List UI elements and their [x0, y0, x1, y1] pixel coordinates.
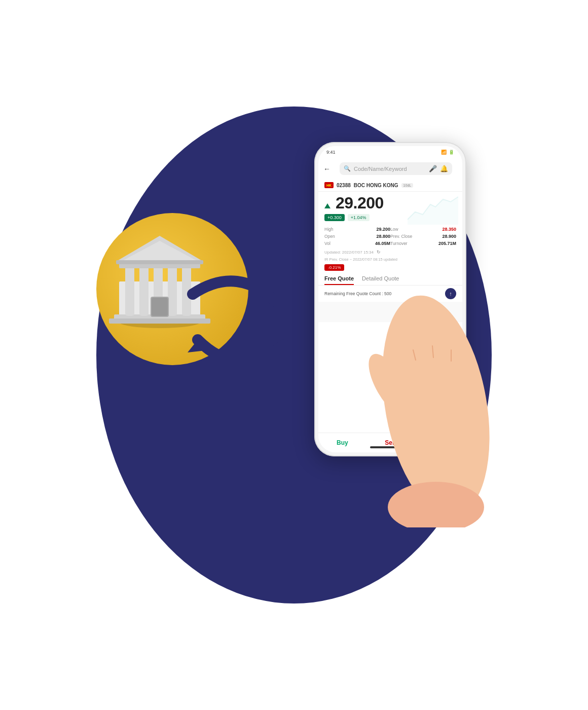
stock-code: 02388 — [337, 183, 351, 188]
svg-rect-4 — [125, 265, 134, 316]
status-bar: 9:41 📶 🔋 — [318, 146, 462, 158]
price-change-badge: +0.300 — [324, 214, 345, 221]
red-badge-row: -0.21% — [318, 263, 462, 272]
update-time: Updated: 2022/07/07 15:34 — [324, 250, 374, 255]
hand-illustration — [335, 284, 507, 527]
search-bar[interactable]: 🔍 Code/Name/Keyword 🎤 🔔 — [340, 162, 452, 175]
price-pct-badge: +1.04% — [348, 214, 370, 221]
turnover-value: 205.71M — [423, 241, 456, 246]
low-label: Low — [390, 227, 423, 232]
back-arrow-icon[interactable]: ← — [323, 165, 330, 173]
turnover-label: Turnover — [390, 241, 423, 246]
price-up-icon — [324, 203, 330, 208]
prev-close-label: Prev. Close — [390, 234, 423, 239]
prev-close-value: 28.900 — [423, 234, 456, 239]
stock-data-grid: High 29.200 Low 28.350 Open 28.800 Prev.… — [318, 225, 462, 248]
mic-icon[interactable]: 🎤 — [429, 165, 437, 172]
search-input: Code/Name/Keyword — [354, 166, 426, 172]
low-value: 28.350 — [423, 227, 456, 232]
svg-marker-17 — [408, 197, 458, 225]
stock-name: BOC HONG KONG — [354, 183, 398, 188]
price-chart-watermark — [408, 192, 458, 227]
change-red-badge: -0.21% — [324, 264, 344, 271]
vol-value: 46.05M — [357, 241, 390, 246]
stock-flag-icon: HK — [324, 182, 334, 188]
info-text: IR Prev. Close ~ 2022/07/07 08:15 update… — [324, 257, 397, 262]
refresh-icon[interactable]: ↻ — [377, 250, 381, 255]
open-label: Open — [324, 234, 357, 239]
vol-label: Vol — [324, 241, 357, 246]
update-row: Updated: 2022/07/07 15:34 ↻ — [318, 248, 462, 256]
svg-rect-14 — [152, 298, 168, 316]
main-scene: 9:41 📶 🔋 ← 🔍 Code/Name/Keyword 🎤 🔔 — [66, 76, 522, 634]
open-value: 28.800 — [357, 234, 390, 239]
stock-header: HK 02388 BOC HONG KONG 10dL — [318, 179, 462, 192]
bell-icon[interactable]: 🔔 — [440, 165, 448, 172]
svg-rect-5 — [139, 265, 149, 316]
stock-badge: 10dL — [401, 183, 414, 188]
high-value: 29.200 — [357, 227, 390, 232]
price-area: 29.200 +0.300 +1.04% — [318, 192, 462, 225]
stock-price: 29.200 — [336, 194, 384, 212]
high-label: High — [324, 227, 357, 232]
phone-hand-container: 9:41 📶 🔋 ← 🔍 Code/Name/Keyword 🎤 🔔 — [284, 142, 507, 527]
info-row: IR Prev. Close ~ 2022/07/07 08:15 update… — [318, 256, 462, 263]
